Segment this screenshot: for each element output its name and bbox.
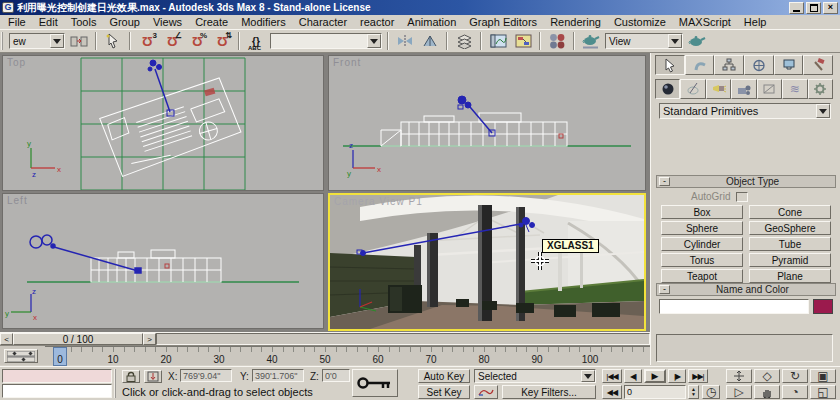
align-button[interactable]	[419, 31, 441, 51]
min-max-toggle-button[interactable]: ◱	[810, 385, 836, 399]
key-filters-button[interactable]: Key Filters...	[502, 385, 596, 399]
dropdown-arrow-icon[interactable]	[816, 104, 830, 118]
dropdown-arrow-icon[interactable]	[50, 34, 64, 48]
render-type-dropdown[interactable]: View	[605, 33, 683, 49]
menu-group[interactable]: Group	[109, 16, 140, 28]
minimize-button[interactable]	[789, 2, 804, 14]
next-frame-arrow[interactable]: >	[143, 333, 156, 345]
maximize-button[interactable]	[806, 2, 821, 14]
object-name-input[interactable]	[659, 299, 809, 314]
dropdown-arrow-icon[interactable]	[581, 370, 595, 382]
primitives-dropdown[interactable]: Standard Primitives	[659, 103, 831, 119]
x-coord-field[interactable]: 769'9.04"	[180, 369, 232, 382]
box-button[interactable]: Box	[661, 205, 743, 219]
tab-motion[interactable]	[744, 55, 774, 75]
zoom-extents-all-button[interactable]: ▣	[810, 369, 836, 383]
name-color-rollout[interactable]: - Name and Color	[656, 283, 836, 296]
menu-maxscript[interactable]: MAXScript	[679, 16, 731, 28]
autogrid-checkbox[interactable]	[736, 192, 748, 202]
category-lights[interactable]	[706, 79, 731, 99]
curve-editor-button[interactable]	[487, 31, 509, 51]
menu-graph-editors[interactable]: Graph Editors	[469, 16, 537, 28]
next-frame-button[interactable]: |▶	[668, 369, 686, 383]
menu-create[interactable]: Create	[195, 16, 228, 28]
reference-coord-system-dropdown[interactable]: ew	[9, 33, 65, 49]
category-systems[interactable]	[808, 79, 833, 99]
schematic-view-button[interactable]	[512, 31, 534, 51]
listener-grip[interactable]	[114, 369, 117, 398]
use-center-button[interactable]	[68, 31, 90, 51]
torus-button[interactable]: Torus	[661, 253, 743, 267]
toolbar-grip[interactable]	[1, 32, 5, 50]
maxscript-listener-pink[interactable]	[2, 369, 112, 383]
collapse-button[interactable]: -	[659, 177, 670, 186]
z-coord-field[interactable]: 0'0	[322, 369, 350, 382]
spinner-snap-button[interactable]: Ω⇅	[211, 31, 233, 51]
auto-key-button[interactable]: Auto Key	[418, 369, 470, 383]
viewport-left[interactable]: Left zyx	[2, 193, 324, 329]
layer-manager-button[interactable]	[453, 31, 475, 51]
geosphere-button[interactable]: GeoSphere	[749, 221, 831, 235]
tube-button[interactable]: Tube	[749, 237, 831, 251]
viewport-left-label[interactable]: Left	[7, 195, 28, 206]
menu-rendering[interactable]: Rendering	[550, 16, 601, 28]
plane-button[interactable]: Plane	[749, 269, 831, 283]
time-slider-track[interactable]	[156, 333, 650, 345]
tab-hierarchy[interactable]	[714, 55, 744, 75]
set-key-button[interactable]: Set Key	[418, 385, 470, 399]
menu-help[interactable]: Help	[744, 16, 767, 28]
category-geometry[interactable]	[655, 79, 680, 99]
close-button[interactable]: ×	[823, 2, 838, 14]
menu-edit[interactable]: Edit	[39, 16, 58, 28]
sphere-button[interactable]: Sphere	[661, 221, 743, 235]
frame-spinner[interactable]: ▲▼	[688, 385, 699, 399]
go-to-start-button[interactable]: |◀◀	[602, 369, 622, 383]
pyramid-button[interactable]: Pyramid	[749, 253, 831, 267]
maxscript-listener-white[interactable]	[2, 384, 112, 398]
tab-utilities[interactable]	[803, 55, 833, 75]
snap-toggle-3d-button[interactable]: Ω3	[136, 31, 158, 51]
track-bar[interactable]: 0102030405060708090100	[0, 345, 656, 365]
previous-frame-arrow[interactable]: <	[0, 333, 13, 345]
go-to-end-button[interactable]: ▶▶|	[688, 369, 708, 383]
play-button[interactable]: ▶	[644, 369, 666, 383]
selection-set-dropdown[interactable]: Selected	[474, 369, 596, 383]
current-frame-field[interactable]: 0	[624, 385, 686, 399]
set-keys-button[interactable]	[352, 369, 398, 397]
cone-button[interactable]: Cone	[749, 205, 831, 219]
edit-named-selections-button[interactable]: {}ABC	[245, 31, 267, 51]
viewport-camera-label[interactable]: Camera View P1	[334, 196, 423, 207]
field-of-view-button[interactable]: ◇	[754, 369, 780, 383]
category-cameras[interactable]	[731, 79, 756, 99]
time-slider-handle[interactable]: 0 / 100	[13, 333, 143, 345]
open-mini-curve-editor-button[interactable]	[4, 349, 38, 363]
viewport-top-label[interactable]: Top	[7, 57, 26, 68]
y-coord-field[interactable]: 390'1.706"	[252, 369, 304, 382]
cylinder-button[interactable]: Cylinder	[661, 237, 743, 251]
viewport-front-label[interactable]: Front	[333, 57, 361, 68]
track-bar-ruler[interactable]: 0102030405060708090100	[45, 346, 655, 366]
menu-customize[interactable]: Customize	[614, 16, 666, 28]
mirror-button[interactable]	[394, 31, 416, 51]
time-configuration-button[interactable]: ◷	[702, 385, 720, 399]
dolly-camera-button[interactable]	[726, 369, 752, 383]
angle-snap-button[interactable]: Ω∠	[161, 31, 183, 51]
roll-camera-button[interactable]: ↻	[782, 369, 808, 383]
tab-display[interactable]	[774, 55, 804, 75]
select-and-manipulate-button[interactable]	[102, 31, 124, 51]
absolute-offset-toggle[interactable]	[144, 370, 162, 383]
menu-animation[interactable]: Animation	[407, 16, 456, 28]
menu-views[interactable]: Views	[153, 16, 182, 28]
category-helpers[interactable]	[757, 79, 782, 99]
menu-file[interactable]: File	[8, 16, 26, 28]
tab-create[interactable]	[655, 55, 685, 75]
viewport-front[interactable]: Front zxy	[328, 55, 646, 191]
viewport-top[interactable]: Top yxz	[2, 55, 324, 191]
category-space-warps[interactable]: ≋	[782, 79, 807, 99]
default-tangent-button[interactable]	[474, 385, 498, 399]
dropdown-arrow-icon[interactable]	[668, 34, 682, 48]
tab-modify[interactable]	[685, 55, 715, 75]
menu-modifiers[interactable]: Modifiers	[241, 16, 286, 28]
material-editor-button[interactable]	[546, 31, 568, 51]
previous-frame-button[interactable]: ◀|	[624, 369, 642, 383]
